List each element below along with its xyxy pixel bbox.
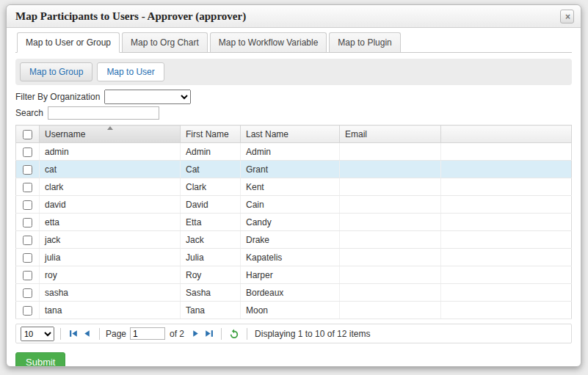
cell-first-name: Etta xyxy=(181,214,241,231)
sub-tab-bar: Map to Group Map to User xyxy=(15,59,572,85)
table-row[interactable]: julia Julia Kapatelis xyxy=(16,249,572,266)
row-checkbox[interactable] xyxy=(23,218,32,227)
dialog-titlebar: Map Participants to Users - Approver (ap… xyxy=(7,5,581,28)
previous-page-button[interactable] xyxy=(80,327,93,341)
table-row[interactable]: etta Etta Candy xyxy=(16,214,572,231)
submit-button[interactable]: Submit xyxy=(15,352,65,367)
cell-first-name: Roy xyxy=(181,266,241,284)
column-header-username[interactable]: Username xyxy=(40,125,181,143)
cell-email xyxy=(340,266,441,284)
select-all-checkbox[interactable] xyxy=(23,130,32,139)
cell-email xyxy=(340,143,441,161)
row-checkbox[interactable] xyxy=(23,253,32,263)
table-row[interactable]: clark Clark Kent xyxy=(16,178,572,196)
cell-email xyxy=(340,284,441,302)
tab-map-to-plugin[interactable]: Map to Plugin xyxy=(329,32,400,53)
first-page-icon xyxy=(69,329,79,338)
table-row[interactable]: david David Cain xyxy=(16,196,572,214)
divider xyxy=(60,328,61,340)
close-button[interactable]: × xyxy=(560,10,574,23)
column-header-first-name[interactable]: First Name xyxy=(181,125,241,143)
pagination-toolbar: 10 Page of 2 xyxy=(15,324,572,343)
sort-asc-icon xyxy=(107,126,113,130)
cell-username: tana xyxy=(40,302,181,319)
cell-last-name: Kent xyxy=(241,178,340,196)
last-page-icon xyxy=(204,329,214,338)
previous-page-icon xyxy=(82,329,92,338)
next-page-button[interactable] xyxy=(189,327,202,341)
tab-map-to-user-or-group[interactable]: Map to User or Group xyxy=(17,32,120,53)
search-input[interactable] xyxy=(48,106,159,120)
cell-first-name: Sasha xyxy=(181,284,241,302)
refresh-button[interactable] xyxy=(228,327,241,341)
table-row[interactable]: jack Jack Drake xyxy=(16,231,572,249)
cell-username: roy xyxy=(40,266,181,284)
column-header-filler xyxy=(441,125,572,143)
cell-email xyxy=(340,302,441,319)
total-pages-label: of 2 xyxy=(170,329,184,339)
table-row[interactable]: roy Roy Harper xyxy=(16,266,572,284)
table-row[interactable]: admin Admin Admin xyxy=(16,143,572,161)
row-checkbox[interactable] xyxy=(23,271,32,280)
column-header-email[interactable]: Email xyxy=(340,125,441,143)
cell-first-name: Tana xyxy=(181,302,241,319)
row-checkbox[interactable] xyxy=(23,183,32,192)
row-checkbox[interactable] xyxy=(23,236,32,245)
tab-map-to-org-chart[interactable]: Map to Org Chart xyxy=(122,32,208,53)
search-row: Search xyxy=(15,106,572,120)
main-tab-bar: Map to User or Group Map to Org Chart Ma… xyxy=(15,32,572,53)
dialog-title: Map Participants to Users - Approver (ap… xyxy=(15,10,246,23)
cell-email xyxy=(340,231,441,249)
row-checkbox[interactable] xyxy=(23,148,32,157)
cell-last-name: Harper xyxy=(241,266,340,284)
cell-last-name: Admin xyxy=(241,143,340,161)
cell-email xyxy=(340,249,441,266)
tab-map-to-workflow-variable[interactable]: Map to Workflow Variable xyxy=(210,32,327,53)
refresh-icon xyxy=(229,329,239,339)
first-page-button[interactable] xyxy=(67,327,80,341)
cell-first-name: Cat xyxy=(181,161,241,178)
select-all-header xyxy=(16,125,40,143)
last-page-button[interactable] xyxy=(202,327,215,341)
divider xyxy=(99,328,100,340)
page-label: Page xyxy=(106,329,126,339)
row-checkbox[interactable] xyxy=(23,306,32,316)
cell-email xyxy=(340,161,441,178)
users-table: Username First Name Last Name Email admi… xyxy=(15,125,572,319)
cell-last-name: Grant xyxy=(241,161,340,178)
search-label: Search xyxy=(15,108,43,118)
cell-first-name: David xyxy=(181,196,241,214)
subtab-map-to-group[interactable]: Map to Group xyxy=(20,62,92,81)
divider xyxy=(221,328,222,340)
row-checkbox[interactable] xyxy=(23,165,32,175)
column-header-last-name[interactable]: Last Name xyxy=(241,125,340,143)
cell-username: sasha xyxy=(40,284,181,302)
divider xyxy=(247,328,247,340)
cell-username: admin xyxy=(40,143,181,161)
subtab-map-to-user[interactable]: Map to User xyxy=(97,62,164,81)
cell-last-name: Moon xyxy=(241,302,340,319)
cell-username: cat xyxy=(40,161,181,178)
cell-first-name: Jack xyxy=(181,231,241,249)
cell-first-name: Admin xyxy=(181,143,241,161)
row-checkbox[interactable] xyxy=(23,288,32,298)
page-number-input[interactable] xyxy=(130,327,165,340)
cell-username: etta xyxy=(40,214,181,231)
organization-filter-label: Filter By Organization xyxy=(15,92,100,102)
table-row[interactable]: sasha Sasha Bordeaux xyxy=(16,284,572,302)
user-table-body: admin Admin Admin cat Cat Grant xyxy=(16,143,572,319)
table-row[interactable]: cat Cat Grant xyxy=(16,161,572,178)
organization-select[interactable] xyxy=(104,90,191,104)
map-participants-dialog: Map Participants to Users - Approver (ap… xyxy=(6,4,581,367)
cell-email xyxy=(340,178,441,196)
cell-last-name: Kapatelis xyxy=(241,249,340,266)
cell-email xyxy=(340,214,441,231)
table-header-row: Username First Name Last Name Email xyxy=(16,125,572,143)
cell-username: julia xyxy=(40,249,181,266)
next-page-icon xyxy=(191,329,200,338)
cell-email xyxy=(340,196,441,214)
page-size-select[interactable]: 10 xyxy=(21,327,54,341)
row-checkbox[interactable] xyxy=(23,200,32,210)
cell-username: david xyxy=(40,196,181,214)
table-row[interactable]: tana Tana Moon xyxy=(16,302,572,319)
